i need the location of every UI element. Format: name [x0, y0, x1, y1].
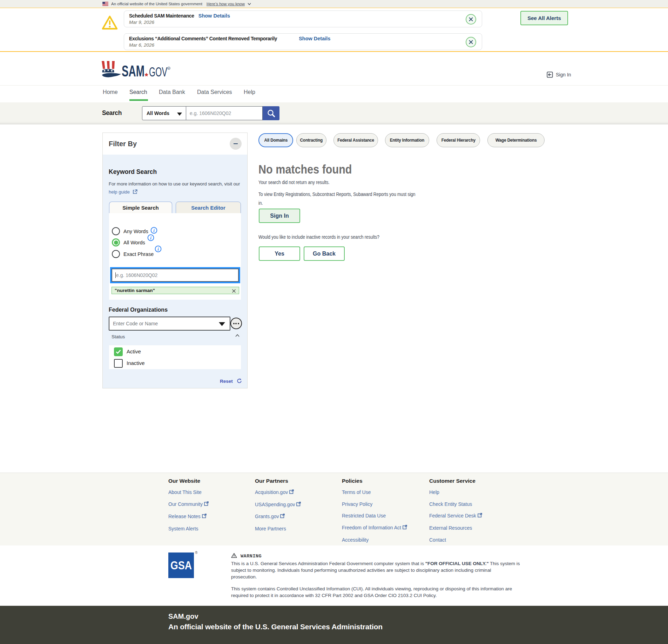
- svg-text:SAM: SAM: [122, 62, 144, 80]
- svg-text:R: R: [168, 67, 170, 69]
- svg-text:i: i: [153, 228, 155, 233]
- svg-text:i: i: [150, 235, 151, 240]
- svg-text:i: i: [157, 246, 159, 252]
- svg-text:GSA: GSA: [170, 558, 192, 572]
- svg-text:GOV: GOV: [149, 65, 167, 79]
